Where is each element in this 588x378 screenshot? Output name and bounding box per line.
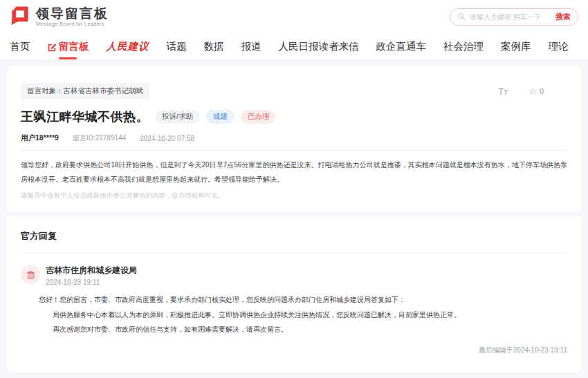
- org-avatar: [21, 265, 40, 284]
- header: 领导留言板 Message Board for Leaders 搜索: [0, 0, 588, 33]
- tag-status: 已办理: [241, 110, 277, 124]
- star-icon: ☆: [529, 87, 537, 96]
- reply-paragraph: 您好！您的留言，市委、市政府高度重视，要求承办部门核实处理，您反映的问题承办部门…: [39, 292, 567, 308]
- nav-item-theory[interactable]: 理论: [549, 40, 569, 53]
- font-size-control[interactable]: Tт: [498, 86, 508, 97]
- message-body: 领导您好，政府要求供热公司18日开始供热，但是到了今天20日早7点56分家里的供…: [21, 158, 567, 187]
- nav-item-topics[interactable]: 话题: [167, 40, 187, 53]
- org-name: 吉林市住房和城乡建设局: [46, 265, 137, 276]
- nav-item-readers-letters[interactable]: 人民日报读者来信: [279, 40, 359, 53]
- nav-item-social-governance[interactable]: 社会治理: [443, 40, 484, 53]
- reply-date: 2024-10-23 19:11: [46, 278, 137, 286]
- tag-complaint: 投诉/求助: [155, 110, 200, 124]
- main-content: 留言对象：吉林省吉林市委书记胡斌 Tт ☆ 0 王飒江畔华城不供热。 投诉/求助…: [0, 61, 588, 377]
- nav-item-case-library[interactable]: 案例库: [501, 40, 531, 53]
- nav-item-home[interactable]: 首页: [10, 40, 30, 53]
- reply-card: 官方回复 吉林市住房和城乡建设局 2024-10-23 19:11 您好！您的留…: [7, 216, 581, 372]
- dotted-divider: [21, 150, 567, 151]
- reply-body: 您好！您的留言，市委、市政府高度重视，要求承办部门核实处理，您反映的问题承办部门…: [39, 292, 567, 337]
- search-box: 搜索: [450, 8, 578, 26]
- nav-item-message-board[interactable]: 留言板: [47, 40, 89, 53]
- nav-item-data[interactable]: 数据: [204, 40, 224, 53]
- app-logo-icon: [10, 5, 30, 28]
- reply-item: 吉林市住房和城乡建设局 2024-10-23 19:11: [21, 265, 567, 286]
- privacy-note: 该留言中含有个人信息或其他不便公开展示的内容，仅办理机构可见。: [21, 191, 567, 200]
- nav-item-reports[interactable]: 报道: [241, 40, 261, 53]
- message-date: 2024-10-20 07:58: [140, 135, 194, 142]
- nav-bar: 首页 留言板 人民建议 话题 数据 报道 人民日报读者来信 政企直通车 社会治理…: [0, 33, 588, 61]
- app-logo-title: 领导留言板: [36, 7, 109, 20]
- last-edited: 最后编辑于2024-10-23 19:11: [479, 346, 567, 355]
- reply-paragraph: 再次感谢您对市委、市政府的信任与支持，如有困难需要解决，请再次留言。: [39, 322, 567, 337]
- message-id: 留言ID:21789144: [73, 133, 126, 143]
- app-logo-subtitle: Message Board for Leaders: [36, 21, 109, 26]
- message-card: 留言对象：吉林省吉林市委书记胡斌 Tт ☆ 0 王飒江畔华城不供热。 投诉/求助…: [7, 66, 581, 212]
- search-input[interactable]: [470, 13, 551, 21]
- message-user: 用户18****9: [21, 133, 59, 143]
- tag-category: 城建: [206, 110, 235, 124]
- reply-divider: [21, 252, 567, 253]
- favorite-count: 0: [540, 87, 544, 95]
- reply-paragraph: 局供热服务中心本着以人为本的原则，积极推进此事。立即协调供热企业持续关注供热情况…: [39, 308, 567, 323]
- nav-item-gov-enterprise[interactable]: 政企直通车: [376, 40, 427, 53]
- recipient-badge: 留言对象：吉林省吉林市委书记胡斌: [21, 83, 149, 100]
- favorite-button[interactable]: ☆ 0: [529, 87, 544, 96]
- app-logo[interactable]: 领导留言板 Message Board for Leaders: [10, 5, 109, 28]
- search-icon: [457, 12, 466, 21]
- message-title: 王飒江畔华城不供热。: [21, 108, 149, 125]
- search-button[interactable]: 搜索: [555, 12, 571, 22]
- bank-icon: [26, 270, 36, 280]
- reply-section-title: 官方回复: [21, 230, 567, 243]
- edit-icon: [47, 42, 57, 52]
- nav-item-renmin-suggestion[interactable]: 人民建议: [107, 40, 149, 53]
